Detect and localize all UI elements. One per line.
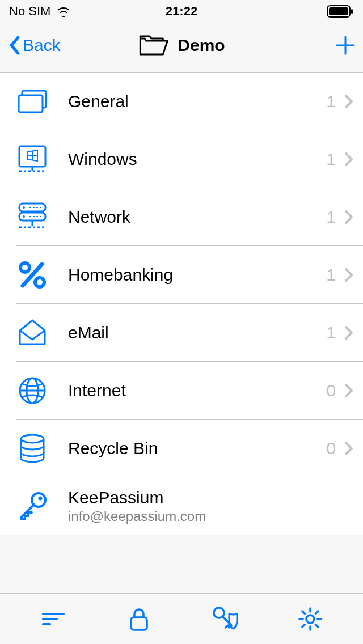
chevron-right-icon	[344, 440, 354, 456]
database-icon	[16, 432, 49, 465]
key-icon	[16, 490, 49, 523]
list-item-count: 1	[326, 323, 336, 342]
svg-point-27	[39, 497, 43, 501]
plus-icon	[336, 36, 355, 55]
list-item-label: Recycle Bin	[68, 439, 326, 458]
svg-rect-31	[131, 617, 147, 630]
bottom-toolbar	[0, 593, 363, 644]
page-title: Demo	[178, 36, 225, 55]
chevron-left-icon	[8, 35, 22, 56]
list-item-count: 0	[326, 381, 336, 400]
list-item-keepassium[interactable]: KeePassium info@keepassium.com	[0, 477, 363, 535]
list-item-label: KeePassium	[68, 488, 336, 507]
status-bar: No SIM 21:22	[0, 0, 363, 23]
svg-line-38	[302, 611, 305, 614]
list-item-count: 1	[326, 207, 336, 227]
list-item-label: Network	[68, 207, 326, 227]
svg-rect-6	[19, 95, 43, 112]
settings-button[interactable]	[267, 607, 353, 632]
back-button[interactable]: Back	[8, 35, 61, 56]
svg-point-12	[23, 206, 25, 209]
add-button[interactable]	[336, 36, 355, 55]
svg-line-40	[302, 624, 305, 627]
sort-icon	[41, 609, 66, 629]
folder-open-icon	[138, 33, 170, 58]
svg-point-25	[21, 435, 44, 443]
list-item-internet[interactable]: Internet 0	[0, 362, 363, 420]
globe-icon	[16, 374, 49, 407]
list-item-count: 1	[326, 92, 336, 111]
list-item-count: 0	[326, 439, 336, 458]
percent-icon	[16, 259, 49, 291]
list-item-count: 1	[326, 150, 336, 169]
list-item-homebanking[interactable]: Homebanking 1	[0, 246, 363, 304]
list-item-windows[interactable]: Windows 1	[0, 130, 363, 188]
list-item-subtitle: info@keepassium.com	[68, 509, 336, 524]
lock-icon	[128, 606, 150, 632]
key-shield-icon	[210, 606, 239, 632]
folder-list: General 1 Windows 1	[0, 73, 363, 535]
list-item-count: 1	[326, 265, 336, 285]
list-item-general[interactable]: General 1	[0, 73, 363, 130]
carrier-label: No SIM	[9, 4, 50, 19]
svg-point-33	[306, 615, 314, 623]
chevron-right-icon	[344, 325, 354, 341]
chevron-right-icon	[344, 151, 354, 167]
svg-point-19	[35, 278, 44, 287]
nav-bar: Back Demo	[0, 23, 363, 73]
back-label: Back	[23, 36, 61, 55]
svg-rect-1	[329, 7, 348, 15]
list-item-email[interactable]: eMail 1	[0, 304, 363, 362]
list-item-label: General	[68, 92, 326, 111]
list-item-label: eMail	[68, 323, 326, 342]
envelope-icon	[16, 316, 49, 349]
svg-rect-2	[351, 9, 353, 14]
svg-line-39	[315, 624, 318, 627]
svg-line-20	[23, 264, 42, 286]
lock-button[interactable]	[96, 606, 182, 632]
chevron-right-icon	[344, 267, 354, 283]
list-item-label: Windows	[68, 150, 326, 169]
svg-point-18	[20, 263, 29, 272]
chevron-right-icon	[344, 94, 354, 109]
list-item-network[interactable]: Network 1	[0, 188, 363, 246]
svg-point-13	[23, 215, 25, 218]
chevron-right-icon	[344, 209, 354, 225]
battery-icon	[327, 5, 354, 18]
list-item-label: Internet	[68, 381, 326, 400]
windows-icon	[16, 143, 49, 176]
chevron-right-icon	[344, 383, 354, 399]
sort-button[interactable]	[10, 609, 96, 629]
clock-label: 21:22	[166, 4, 197, 19]
list-item-recycle-bin[interactable]: Recycle Bin 0	[0, 420, 363, 477]
folder-multiple-icon	[16, 85, 49, 118]
server-icon	[16, 201, 49, 234]
master-key-button[interactable]	[182, 606, 267, 632]
svg-line-41	[315, 611, 318, 614]
gear-icon	[298, 607, 323, 632]
wifi-icon	[56, 6, 71, 17]
list-item-label: Homebanking	[68, 265, 326, 285]
